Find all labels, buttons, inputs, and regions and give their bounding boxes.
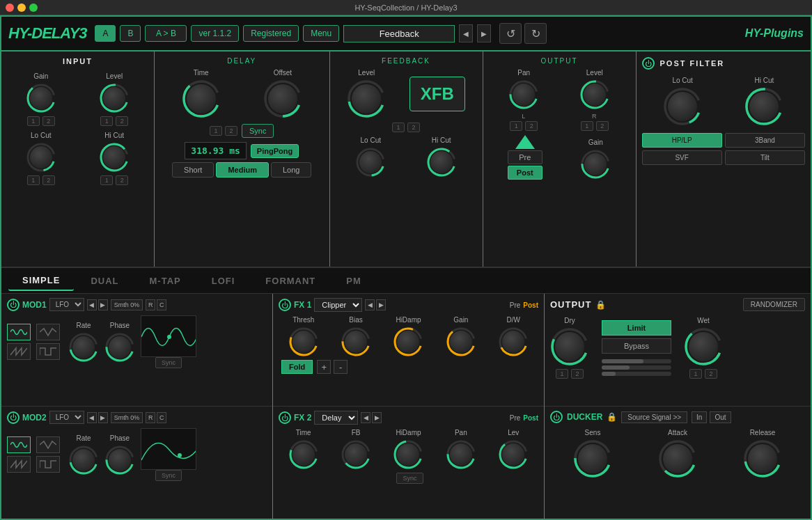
hi-cut-knob[interactable] <box>99 142 130 173</box>
output-dry-knob[interactable] <box>550 327 589 366</box>
output-wet-knob[interactable] <box>684 327 723 366</box>
mod2-wave-sq-btn[interactable] <box>36 456 60 473</box>
xfb-btn[interactable]: XFB <box>409 77 465 111</box>
fx1-minus-btn[interactable]: - <box>334 360 348 374</box>
fx1-power-btn[interactable]: ⏻ <box>279 299 291 311</box>
output-dry-ch2-btn[interactable]: 2 <box>571 369 584 379</box>
output-level-knob[interactable] <box>579 79 610 110</box>
output-limit-btn[interactable]: Limit <box>602 320 671 336</box>
delay-ch1-btn[interactable]: 1 <box>210 126 222 136</box>
mod2-c-btn[interactable]: C <box>157 412 166 423</box>
mod1-prev-btn[interactable]: ◀ <box>87 299 97 310</box>
output-level-ch2-btn[interactable]: 2 <box>596 121 609 131</box>
tab-lofi[interactable]: LOFI <box>198 271 249 290</box>
fb-ch1-btn[interactable]: 1 <box>392 123 405 132</box>
fx1-dw-knob[interactable] <box>498 326 529 357</box>
pf-hicut-knob[interactable] <box>744 87 783 126</box>
output-pan-ch2-btn[interactable]: 2 <box>525 121 538 131</box>
btn-b[interactable]: B <box>120 25 141 42</box>
fx2-type-select[interactable]: Delay <box>314 411 358 425</box>
output-gain-knob[interactable] <box>580 149 611 180</box>
output-post-btn[interactable]: Post <box>508 166 542 180</box>
btn-ab[interactable]: A > B <box>145 25 187 42</box>
minimize-window-btn[interactable] <box>17 3 26 12</box>
mod2-prev-btn[interactable]: ◀ <box>87 412 97 423</box>
randomizer-btn[interactable]: RANDOMIZER <box>743 298 805 311</box>
redo-btn[interactable]: ↻ <box>524 23 547 44</box>
tab-formant[interactable]: FORMANT <box>251 271 329 290</box>
output-pre-btn[interactable]: Pre <box>508 150 542 164</box>
delay-sync-btn[interactable]: Sync <box>242 124 274 138</box>
delay-pingpong-btn[interactable]: PingPong <box>251 144 299 158</box>
delay-offset-knob[interactable] <box>263 79 302 118</box>
filter-3band-btn[interactable]: 3Band <box>725 133 805 148</box>
level-ch1-btn[interactable]: 1 <box>100 116 113 126</box>
hi-cut-ch2-btn[interactable]: 2 <box>116 175 128 185</box>
delay-short-btn[interactable]: Short <box>172 162 214 178</box>
delay-ch2-btn[interactable]: 2 <box>225 126 237 136</box>
mod1-wave-sine-btn[interactable] <box>7 324 31 340</box>
btn-version[interactable]: ver 1.1.2 <box>191 25 239 42</box>
output-wet-ch2-btn[interactable]: 2 <box>705 369 717 379</box>
fx2-power-btn[interactable]: ⏻ <box>279 411 291 424</box>
mod2-wave-tri-btn[interactable] <box>36 436 60 453</box>
mod1-next-btn[interactable]: ▶ <box>98 299 108 310</box>
fx1-bias-knob[interactable] <box>341 326 371 357</box>
output-slider-1[interactable] <box>602 359 671 363</box>
fx1-type-select[interactable]: Clipper <box>314 298 362 312</box>
ducker-in-btn[interactable]: In <box>692 411 707 423</box>
mod2-wave-ramp-btn[interactable] <box>7 456 31 473</box>
fx2-fb-knob[interactable] <box>341 439 371 470</box>
fb-ch2-btn[interactable]: 2 <box>407 123 420 132</box>
mod1-wave-tri-btn[interactable] <box>36 324 60 340</box>
fx1-gain-knob[interactable] <box>446 326 476 357</box>
tab-mtap[interactable]: M-TAP <box>136 271 195 290</box>
fx2-lev-knob[interactable] <box>498 439 529 470</box>
nav-prev-btn[interactable]: ◀ <box>459 24 473 42</box>
fx2-hidamp-knob[interactable] <box>393 439 423 470</box>
gain-knob[interactable] <box>26 83 56 113</box>
tab-pm[interactable]: PM <box>332 271 375 290</box>
lo-cut-ch1-btn[interactable]: 1 <box>27 175 40 185</box>
output-pan-ch1-btn[interactable]: 1 <box>510 121 522 131</box>
lo-cut-ch2-btn[interactable]: 2 <box>42 175 55 185</box>
mod1-phase-knob[interactable] <box>104 332 135 363</box>
fx1-next-btn[interactable]: ▶ <box>376 299 386 310</box>
feedback-input[interactable] <box>343 25 455 42</box>
close-window-btn[interactable] <box>6 3 14 12</box>
ducker-attack-knob[interactable] <box>658 439 697 478</box>
ducker-sens-knob[interactable] <box>573 439 612 478</box>
pf-power-btn[interactable]: ⏻ <box>642 57 655 70</box>
fx1-prev-btn[interactable]: ◀ <box>365 299 375 310</box>
mod2-r-btn[interactable]: R <box>146 412 155 423</box>
level-knob[interactable] <box>99 83 130 113</box>
undo-btn[interactable]: ↺ <box>499 23 522 44</box>
mod1-rate-knob[interactable] <box>68 332 99 363</box>
level-ch2-btn[interactable]: 2 <box>116 116 128 126</box>
delay-long-btn[interactable]: Long <box>271 162 311 178</box>
mod2-rate-knob[interactable] <box>68 445 99 475</box>
fx2-next-btn[interactable]: ▶ <box>372 412 382 423</box>
nav-next-btn[interactable]: ▶ <box>477 24 491 42</box>
output-slider-2[interactable] <box>602 365 671 370</box>
pf-locut-knob[interactable] <box>663 87 702 126</box>
btn-registered[interactable]: Registered <box>243 25 299 42</box>
mod1-sync-btn[interactable]: Sync <box>155 357 182 368</box>
output-pan-knob[interactable] <box>508 79 539 110</box>
mod1-r-btn[interactable]: R <box>146 299 155 310</box>
ducker-power-btn[interactable]: ⏻ <box>550 411 563 423</box>
fb-level-knob[interactable] <box>347 79 386 118</box>
filter-hplp-btn[interactable]: HP/LP <box>642 133 722 148</box>
mod2-type-select[interactable]: LFO <box>49 411 84 424</box>
ducker-release-knob[interactable] <box>743 439 782 478</box>
gain-ch1-btn[interactable]: 1 <box>27 116 40 126</box>
mod1-wave-ramp-btn[interactable] <box>7 343 31 360</box>
filter-tilt-btn[interactable]: Tilt <box>725 150 805 165</box>
gain-ch2-btn[interactable]: 2 <box>42 116 55 126</box>
mod1-type-select[interactable]: LFO <box>49 298 84 311</box>
output-bypass-btn[interactable]: Bypass <box>602 338 671 354</box>
ducker-out-btn[interactable]: Out <box>710 411 731 423</box>
fx1-thresh-knob[interactable] <box>288 326 319 357</box>
fx1-fold-btn[interactable]: Fold <box>281 360 313 374</box>
fb-hicut-knob[interactable] <box>426 147 457 178</box>
